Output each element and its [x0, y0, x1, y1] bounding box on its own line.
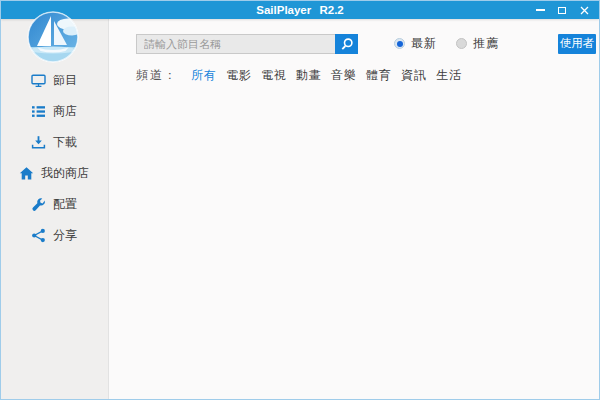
channel-item[interactable]: 電影 — [226, 67, 252, 84]
sort-option-label: 推薦 — [473, 35, 499, 52]
search-bar — [136, 34, 358, 54]
sidebar-item-programs[interactable]: 節目 — [1, 65, 107, 96]
close-button[interactable] — [573, 1, 595, 19]
channel-item[interactable]: 電視 — [261, 67, 287, 84]
download-icon — [31, 135, 46, 150]
channel-item[interactable]: 資訊 — [401, 67, 427, 84]
search-input[interactable] — [136, 34, 335, 54]
list-icon — [31, 104, 46, 119]
sailboat-logo — [27, 11, 79, 63]
sidebar: 節目 商店 下載 — [1, 19, 109, 399]
sort-option-latest[interactable]: 最新 — [394, 35, 437, 52]
channel-item[interactable]: 所有 — [191, 67, 217, 84]
sidebar-item-my-store[interactable]: 我的商店 — [1, 158, 107, 189]
home-icon — [19, 166, 34, 181]
search-button[interactable] — [335, 34, 358, 54]
radio-unselected-icon — [456, 38, 467, 49]
window-title: SailPlayer R2.2 — [1, 1, 599, 19]
sort-option-recommended[interactable]: 推薦 — [456, 35, 499, 52]
channel-items: 所有 電影 電視 動畫 音樂 體育 資訊 生活 — [191, 67, 462, 84]
channel-item[interactable]: 音樂 — [331, 67, 357, 84]
channel-item[interactable]: 動畫 — [296, 67, 322, 84]
sort-option-label: 最新 — [411, 35, 437, 52]
radio-selected-icon — [394, 38, 405, 49]
share-icon — [31, 228, 46, 243]
app-window: SailPlayer R2.2 節目 — [0, 0, 600, 400]
sidebar-menu: 節目 商店 下載 — [1, 65, 107, 251]
sort-options: 最新 推薦 — [394, 35, 499, 52]
main-content: 最新 推薦 使用者 頻道： 所有 電影 電視 動畫 — [109, 19, 599, 399]
sidebar-item-share[interactable]: 分享 — [1, 220, 107, 251]
sidebar-item-label: 配置 — [53, 196, 77, 213]
maximize-icon — [558, 7, 566, 14]
toolbar: 最新 推薦 使用者 — [136, 33, 596, 54]
sidebar-item-label: 節目 — [53, 72, 77, 89]
close-icon — [580, 6, 589, 15]
channel-item[interactable]: 生活 — [436, 67, 462, 84]
channel-filter: 頻道： 所有 電影 電視 動畫 音樂 體育 資訊 生活 — [136, 67, 462, 84]
sidebar-item-label: 我的商店 — [41, 165, 89, 182]
window-controls — [529, 1, 595, 19]
sidebar-item-label: 下載 — [53, 134, 77, 151]
minimize-button[interactable] — [529, 1, 551, 19]
channel-filter-label: 頻道： — [136, 67, 178, 84]
minimize-icon — [536, 9, 545, 11]
maximize-button[interactable] — [551, 1, 573, 19]
magnifier-icon — [340, 37, 354, 51]
sidebar-item-settings[interactable]: 配置 — [1, 189, 107, 220]
channel-item[interactable]: 體育 — [366, 67, 392, 84]
monitor-icon — [31, 73, 46, 88]
sidebar-item-label: 分享 — [53, 227, 77, 244]
sidebar-item-label: 商店 — [53, 103, 77, 120]
user-button[interactable]: 使用者 — [558, 34, 596, 54]
sidebar-item-store[interactable]: 商店 — [1, 96, 107, 127]
titlebar: SailPlayer R2.2 — [1, 1, 599, 19]
wrench-icon — [31, 197, 46, 212]
sidebar-item-download[interactable]: 下載 — [1, 127, 107, 158]
